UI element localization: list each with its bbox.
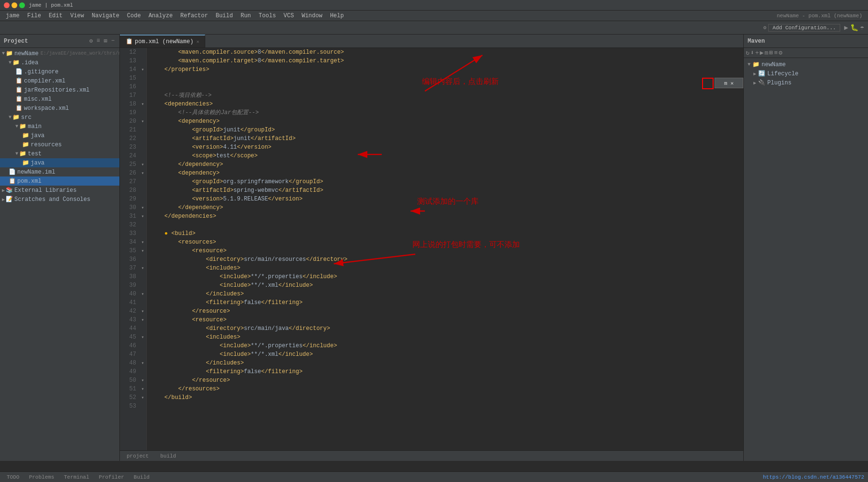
tree-item-main[interactable]: ▼ 📁 main <box>0 122 119 131</box>
menu-window[interactable]: Window <box>298 12 326 20</box>
code-line-37: <includes> <box>151 264 743 272</box>
tree-item-test[interactable]: ▼ 📁 test <box>0 149 119 158</box>
maven-tree: ▼ 📁 newName ▶ 🔄 Lifecycle ▶ 🔌 Plugins <box>744 58 868 89</box>
tree-item-misc-xml[interactable]: 📋 misc.xml <box>0 94 119 104</box>
maven-item-newname[interactable]: ▼ 📁 newName <box>744 60 868 69</box>
tab-close-button[interactable]: ✕ <box>196 39 199 45</box>
line-num-26: 26 <box>123 169 136 177</box>
status-build[interactable]: Build <box>131 474 152 480</box>
main-toolbar: ⚙ Add Configuration... ▶ 🐛 ☂ <box>0 21 868 35</box>
tree-label: .gitignore <box>24 69 59 75</box>
maven-item-plugins[interactable]: ▶ 🔌 Plugins <box>744 78 868 87</box>
status-todo[interactable]: TODO <box>4 474 22 480</box>
run-button[interactable]: ▶ <box>844 24 848 32</box>
status-terminal[interactable]: Terminal <box>61 474 92 480</box>
code-line-52: </build> <box>151 393 743 402</box>
code-line-50: </resource> <box>151 376 743 385</box>
tree-item-newname[interactable]: ▼ 📁 newName E:/javaEE/javaee_work/thrs/n… <box>0 49 119 58</box>
code-line-42: </resource> <box>151 307 743 316</box>
menu-refactor[interactable]: Refactor <box>176 12 212 20</box>
close-button[interactable] <box>4 2 10 8</box>
gutter-52: ▾ <box>139 393 146 402</box>
code-line-51: </resources> <box>151 385 743 393</box>
bottom-tab-project[interactable]: project <box>124 452 152 460</box>
gutter-22 <box>139 134 146 143</box>
line-numbers: 12 13 14 15 16 17 18 19 20 21 22 23 24 2… <box>120 48 139 450</box>
code-line-15 <box>151 74 743 82</box>
tree-item-newname-iml[interactable]: 📄 newName.iml <box>0 167 119 176</box>
maven-add-icon[interactable]: + <box>755 49 759 57</box>
maven-generate-icon[interactable]: ⬇ <box>751 49 754 57</box>
tree-item-idea[interactable]: ▼ 📁 .idea <box>0 58 119 67</box>
gutter-23 <box>139 143 146 152</box>
tree-item-main-java[interactable]: 📁 java <box>0 131 119 140</box>
maven-skip-icon[interactable]: ≡ <box>774 49 778 57</box>
status-profiler[interactable]: Profiler <box>96 474 127 480</box>
tree-item-compiler-xml[interactable]: 📋 compiler.xml <box>0 76 119 85</box>
code-line-41: <filtering>false</filtering> <box>151 298 743 307</box>
gutter-25: ▾ <box>139 160 146 169</box>
maven-item-lifecycle[interactable]: ▶ 🔄 Lifecycle <box>744 69 868 78</box>
window-controls[interactable] <box>4 2 25 8</box>
status-link[interactable]: https://blog.csdn.net/a136447572 <box>763 474 864 480</box>
tree-item-test-java[interactable]: 📁 java <box>0 158 119 167</box>
tree-item-src[interactable]: ▼ 📁 src <box>0 113 119 122</box>
maven-refresh-icon[interactable]: ↻ <box>746 49 750 57</box>
menu-view[interactable]: View <box>66 12 88 20</box>
tree-item-scratches[interactable]: ▶ 📝 Scratches and Consoles <box>0 195 119 204</box>
code-line-12: <maven.compiler.source>8</maven.compiler… <box>151 48 743 57</box>
code-area[interactable]: <maven.compiler.source>8</maven.compiler… <box>147 48 743 450</box>
editor-content[interactable]: 12 13 14 15 16 17 18 19 20 21 22 23 24 2… <box>120 48 743 450</box>
code-line-53 <box>151 402 743 411</box>
gutter-21 <box>139 126 146 134</box>
menu-help[interactable]: Help <box>326 12 348 20</box>
tree-item-pom-xml[interactable]: 📋 pom.xml <box>0 176 119 186</box>
gutter-39 <box>139 281 146 290</box>
bottom-tab-build[interactable]: build <box>157 452 179 460</box>
iml-icon: 📄 <box>9 168 16 176</box>
tab-label: pom.xml (newName) <box>135 38 193 45</box>
minimize-button[interactable] <box>12 2 17 8</box>
tree-item-gitignore[interactable]: 📄 .gitignore <box>0 67 119 76</box>
menu-edit[interactable]: Edit <box>45 12 67 20</box>
status-problems[interactable]: Problems <box>26 474 57 480</box>
xml-icon: 📋 <box>15 86 23 94</box>
tree-item-resources[interactable]: 📁 resources <box>0 140 119 149</box>
menu-run[interactable]: Run <box>237 12 255 20</box>
maximize-button[interactable] <box>19 2 25 8</box>
maven-m-icon[interactable]: m <box>764 49 768 57</box>
menu-code[interactable]: Code <box>123 12 145 20</box>
tree-item-workspace-xml[interactable]: 📋 workspace.xml <box>0 104 119 113</box>
gutter-16 <box>139 82 146 91</box>
gutter-43: ▾ <box>139 316 146 324</box>
tree-item-jar-repos[interactable]: 📋 jarRepositories.xml <box>0 85 119 94</box>
menu-app[interactable]: jame <box>2 12 23 20</box>
menu-analyze[interactable]: Analyze <box>145 12 176 20</box>
maven-run-icon[interactable]: ▶ <box>760 49 763 57</box>
add-configuration-button[interactable]: Add Configuration... <box>768 24 840 32</box>
close-sidebar-icon[interactable]: − <box>110 37 116 45</box>
line-num-28: 28 <box>123 186 136 195</box>
maven-phase-icon[interactable]: ⊞ <box>769 49 773 57</box>
coverage-button[interactable]: ☂ <box>860 24 864 32</box>
expand-icon[interactable]: ⊞ <box>103 37 108 45</box>
settings-icon[interactable]: ⚙ <box>88 37 94 45</box>
tree-item-external-libraries[interactable]: ▶ 📚 External Libraries <box>0 186 119 195</box>
folder-icon: 📁 <box>22 132 29 139</box>
code-line-28: <artifactId>spring-webmvc</artifactId> <box>151 186 743 195</box>
gutter-28 <box>139 186 146 195</box>
gutter-48: ▾ <box>139 359 146 367</box>
menu-navigate[interactable]: Navigate <box>88 12 123 20</box>
debug-button[interactable]: 🐛 <box>850 24 858 32</box>
menu-tools[interactable]: Tools <box>255 12 280 20</box>
sort-icon[interactable]: ≡ <box>95 37 101 45</box>
menu-build[interactable]: Build <box>212 12 237 20</box>
menu-file[interactable]: File <box>23 12 45 20</box>
xml-icon: 📋 <box>9 177 16 185</box>
code-line-32 <box>151 221 743 229</box>
maven-settings-icon[interactable]: ⚙ <box>779 49 783 57</box>
gutter-53 <box>139 402 146 411</box>
editor-tab-pom-xml[interactable]: 📋 pom.xml (newName) ✕ <box>120 35 205 47</box>
menu-vcs[interactable]: VCS <box>280 12 298 20</box>
line-num-38: 38 <box>123 272 136 281</box>
